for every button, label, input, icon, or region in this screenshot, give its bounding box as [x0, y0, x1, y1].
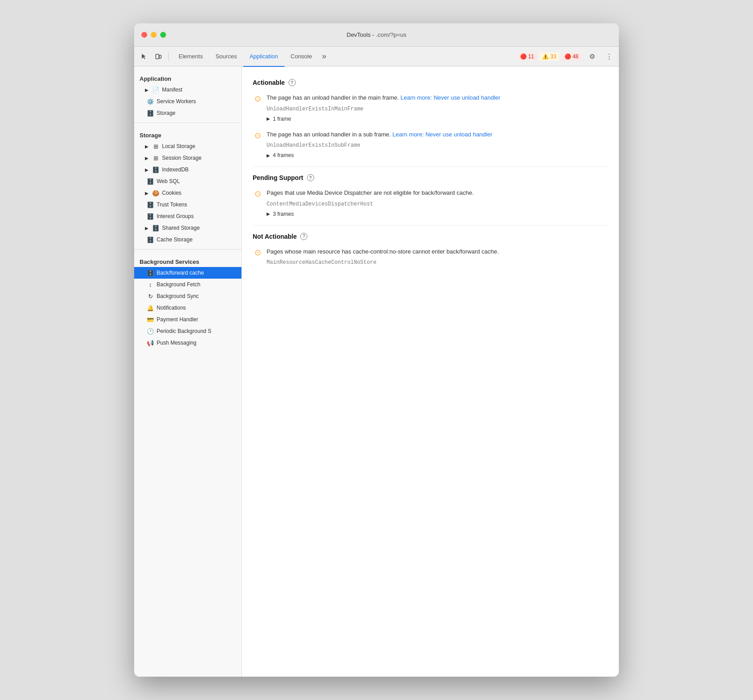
not-actionable-help-icon[interactable]: ? — [300, 233, 307, 240]
sidebar-item-back-forward-cache[interactable]: 🗄️ Back/forward cache — [134, 267, 241, 279]
sidebar-item-background-sync[interactable]: ↻ Background Sync — [134, 290, 241, 302]
sidebar-item-session-storage[interactable]: ▶ ⊞ Session Storage — [134, 152, 241, 164]
issue4-warning-icon: ⊙ — [254, 248, 261, 258]
issue2-code: UnloadHandlerExistsInSubFrame — [267, 142, 608, 149]
pending-support-help-icon[interactable]: ? — [307, 174, 314, 181]
main-panel: Actionable ? ⊙ The page has an unload ha… — [242, 66, 619, 677]
sidebar-sep-1 — [134, 122, 241, 123]
sidebar-item-interest-groups[interactable]: 🗄️ Interest Groups — [134, 210, 241, 222]
window-title: DevTools - — [347, 31, 374, 38]
manifest-icon: 📄 — [152, 87, 159, 93]
devtools-window: DevTools - .com/?p=us Elements Sources A… — [134, 23, 619, 677]
more-menu-button[interactable]: ⋮ — [603, 50, 615, 63]
cache-storage-icon: 🗄️ — [147, 236, 154, 243]
error-badge[interactable]: 🔴 11 — [517, 52, 537, 61]
sidebar-item-manifest[interactable]: ▶ 📄 Manifest — [134, 84, 241, 96]
cookies-icon: 🍪 — [152, 190, 159, 197]
issue-item-3: ⊙ Pages that use Media Device Dispatcher… — [253, 188, 608, 217]
issue2-description: The page has an unload handler in a sub … — [267, 131, 391, 138]
main-content: Application ▶ 📄 Manifest ⚙️ Service Work… — [134, 66, 619, 677]
service-workers-icon: ⚙️ — [147, 98, 154, 105]
service-workers-label: Service Workers — [157, 98, 196, 105]
manifest-arrow-icon: ▶ — [145, 88, 149, 92]
actionable-help-icon[interactable]: ? — [289, 79, 296, 86]
sidebar-item-notifications[interactable]: 🔔 Notifications — [134, 302, 241, 314]
issue3-warning-icon: ⊙ — [254, 189, 261, 199]
shared-storage-arrow-icon: ▶ — [145, 226, 149, 231]
application-section-label: Application — [134, 70, 241, 84]
not-actionable-header: Not Actionable ? — [253, 233, 608, 240]
more-tabs-button[interactable]: » — [318, 52, 330, 61]
sidebar-item-local-storage[interactable]: ▶ ⊞ Local Storage — [134, 140, 241, 152]
cache-storage-label: Cache Storage — [157, 236, 193, 243]
storage-app-label: Storage — [157, 110, 175, 116]
storage-section-label: Storage — [134, 127, 241, 140]
issue2-frames[interactable]: ▶ 4 frames — [267, 152, 608, 158]
indexeddb-label: IndexedDB — [162, 166, 188, 173]
issue4-text: Pages whose main resource has cache-cont… — [267, 247, 608, 256]
actionable-title: Actionable — [253, 79, 285, 86]
issue2-frames-arrow-icon: ▶ — [267, 153, 270, 158]
sidebar-item-shared-storage[interactable]: ▶ 🗄️ Shared Storage — [134, 222, 241, 234]
tab-sources[interactable]: Sources — [209, 47, 243, 67]
device-toggle-button[interactable] — [152, 50, 165, 63]
sidebar-item-periodic-background[interactable]: 🕐 Periodic Background S — [134, 325, 241, 337]
toolbar-tabs: Elements Sources Application Console » — [172, 47, 516, 66]
devtools-toolbar: Elements Sources Application Console » 🔴… — [134, 47, 619, 66]
local-storage-icon: ⊞ — [152, 143, 159, 150]
svg-rect-1 — [159, 55, 161, 58]
settings-button[interactable]: ⚙ — [586, 50, 598, 63]
interest-groups-icon: 🗄️ — [147, 213, 154, 220]
minimize-button[interactable] — [151, 32, 157, 38]
sidebar-item-web-sql[interactable]: 🗄️ Web SQL — [134, 175, 241, 187]
issue1-frames-arrow-icon: ▶ — [267, 116, 270, 121]
sidebar-item-service-workers[interactable]: ⚙️ Service Workers — [134, 96, 241, 107]
warning-badge[interactable]: ⚠️ 33 — [539, 52, 559, 61]
background-fetch-label: Background Fetch — [157, 281, 200, 288]
issue1-frames[interactable]: ▶ 1 frame — [267, 116, 608, 122]
issue2-frames-count: 4 frames — [273, 152, 294, 158]
background-services-label: Background Services — [134, 253, 241, 267]
pending-support-header: Pending Support ? — [253, 174, 608, 181]
maximize-button[interactable] — [160, 32, 166, 38]
push-messaging-icon: 📢 — [147, 340, 154, 346]
sidebar-item-trust-tokens[interactable]: 🗄️ Trust Tokens — [134, 199, 241, 210]
sidebar-item-background-fetch[interactable]: ↕ Background Fetch — [134, 279, 241, 290]
issue-item-2: ⊙ The page has an unload handler in a su… — [253, 130, 608, 159]
not-actionable-title: Not Actionable — [253, 233, 297, 240]
back-forward-cache-label: Back/forward cache — [157, 270, 204, 276]
issue2-text: The page has an unload handler in a sub … — [267, 130, 608, 139]
issue-item-1: ⊙ The page has an unload handler in the … — [253, 93, 608, 122]
tab-elements[interactable]: Elements — [172, 47, 209, 67]
issue4-code: MainResourceHasCacheControlNoStore — [267, 259, 608, 266]
issue1-link[interactable]: Learn more: Never use unload handler — [401, 94, 501, 101]
cookies-label: Cookies — [162, 190, 181, 196]
pending-support-title: Pending Support — [253, 174, 303, 181]
sidebar-item-indexeddb[interactable]: ▶ 🗄️ IndexedDB — [134, 164, 241, 175]
cursor-tool-button[interactable] — [138, 50, 150, 63]
sidebar-sep-2 — [134, 249, 241, 249]
section-divider-1 — [253, 166, 608, 167]
background-sync-label: Background Sync — [157, 293, 199, 299]
session-storage-arrow-icon: ▶ — [145, 156, 149, 161]
titlebar: DevTools - .com/?p=us — [134, 23, 619, 47]
titlebar-center: DevTools - .com/?p=us — [347, 31, 407, 38]
svg-rect-0 — [156, 54, 159, 59]
issue2-link[interactable]: Learn more: Never use unload handler — [392, 131, 492, 138]
sidebar-item-payment-handler[interactable]: 💳 Payment Handler — [134, 314, 241, 325]
issue3-frames[interactable]: ▶ 3 frames — [267, 211, 608, 217]
tab-console[interactable]: Console — [285, 47, 319, 67]
sidebar-item-storage-app[interactable]: 🗄️ Storage — [134, 107, 241, 119]
sidebar-item-push-messaging[interactable]: 📢 Push Messaging — [134, 337, 241, 349]
issue1-description: The page has an unload handler in the ma… — [267, 94, 399, 101]
close-button[interactable] — [141, 32, 147, 38]
notifications-label: Notifications — [157, 305, 186, 311]
tab-application[interactable]: Application — [243, 47, 285, 67]
sidebar-item-cookies[interactable]: ▶ 🍪 Cookies — [134, 187, 241, 199]
notifications-icon: 🔔 — [147, 305, 154, 311]
issue-badge[interactable]: 🔴 48 — [562, 52, 581, 61]
sidebar: Application ▶ 📄 Manifest ⚙️ Service Work… — [134, 66, 242, 677]
issue3-content: Pages that use Media Device Dispatcher a… — [267, 188, 608, 217]
background-sync-icon: ↻ — [147, 293, 154, 300]
sidebar-item-cache-storage[interactable]: 🗄️ Cache Storage — [134, 234, 241, 245]
